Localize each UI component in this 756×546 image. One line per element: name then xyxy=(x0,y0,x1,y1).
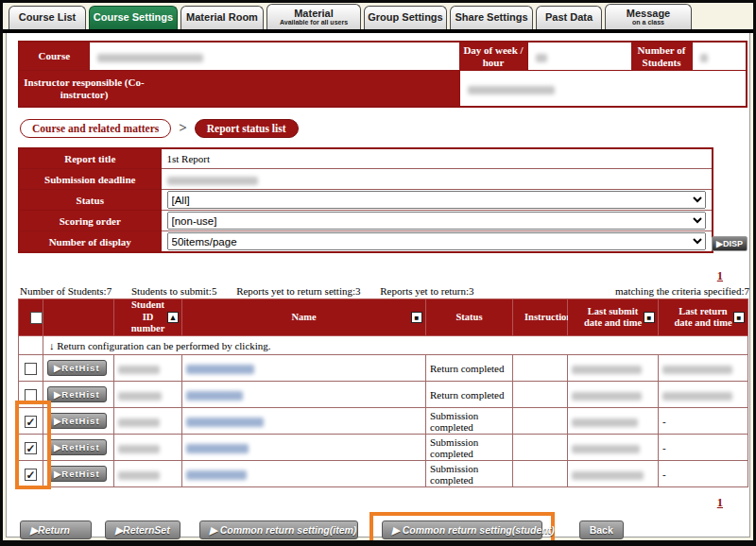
student-id-header: Student ID number▲ xyxy=(114,299,182,336)
day-of-week-value xyxy=(527,42,631,71)
common-return-setting-student-button[interactable]: ▶ Common return setting(student) xyxy=(382,520,542,539)
name-header: Name■ xyxy=(182,299,426,336)
tab-course-settings[interactable]: Course Settings xyxy=(89,6,178,29)
student-id-cell xyxy=(114,435,182,461)
sort-toggle-icon[interactable]: ■ xyxy=(733,312,745,323)
status-select[interactable]: [All] xyxy=(167,191,707,209)
table-note: ↓ Return configuration can be performed … xyxy=(43,336,748,355)
sort-toggle-icon[interactable]: ■ xyxy=(644,312,655,323)
instruction-cell xyxy=(513,382,568,408)
status-cell: Return completed xyxy=(426,355,513,382)
row-checkbox[interactable]: ✓ xyxy=(25,416,37,428)
disp-button[interactable]: ▶DISP xyxy=(712,236,747,251)
submission-deadline-value xyxy=(161,169,713,190)
course-info-table: Course Day of week / hour Number of Stud… xyxy=(18,41,747,108)
breadcrumb-separator-icon: > xyxy=(179,120,187,136)
scoring-order-select[interactable]: [non-use] xyxy=(167,212,707,230)
student-name-link[interactable] xyxy=(182,408,426,435)
row-checkbox[interactable]: ✓ xyxy=(25,469,37,481)
student-id-cell xyxy=(114,382,182,408)
course-value xyxy=(89,42,459,71)
summary-line: Number of Students:7 Students to submit:… xyxy=(20,285,749,297)
table-row: ✓ ▶RetHist Submission completed - xyxy=(19,408,748,435)
course-label: Course xyxy=(19,42,89,71)
rethist-column-header xyxy=(43,299,114,336)
last-return-cell xyxy=(659,355,748,382)
tab-material[interactable]: MaterialAvailable for all users xyxy=(266,4,361,29)
last-submit-cell xyxy=(568,461,659,487)
student-name-link[interactable] xyxy=(182,355,426,382)
instructor-value xyxy=(459,71,747,107)
status-cell: Submission completed xyxy=(426,408,513,435)
return-button[interactable]: ▶Return xyxy=(20,520,92,539)
last-submit-cell xyxy=(568,408,659,435)
select-all-checkbox[interactable] xyxy=(30,312,43,324)
summary-students-total: Number of Students:7 xyxy=(20,285,112,297)
last-return-cell: - xyxy=(659,435,748,461)
student-name-link[interactable] xyxy=(182,382,426,408)
tab-message[interactable]: Messageon a class xyxy=(605,4,692,29)
report-title-label: Report title xyxy=(19,148,161,169)
breadcrumb: Course and related matters > Report stat… xyxy=(20,119,738,138)
student-name-link[interactable] xyxy=(182,435,426,461)
summary-matching: matching the criteria specified:7 xyxy=(615,285,749,297)
last-submit-cell xyxy=(568,355,659,382)
note-row: ↓ Return configuration can be performed … xyxy=(19,336,748,355)
table-row: ✓ ▶RetHist Submission completed - xyxy=(19,461,748,487)
breadcrumb-parent[interactable]: Course and related matters xyxy=(20,119,171,138)
instruction-cell xyxy=(513,461,568,487)
status-cell: Return completed xyxy=(426,382,513,408)
status-label: Status xyxy=(19,190,161,211)
table-row: ▶RetHist Return completed xyxy=(19,382,748,408)
back-button[interactable]: Back xyxy=(579,520,624,539)
application-window: Course List Course Settings Material Roo… xyxy=(0,0,756,546)
instruction-cell xyxy=(513,435,568,461)
tab-share-settings[interactable]: Share Settings xyxy=(450,6,533,29)
student-name-link[interactable] xyxy=(182,461,426,487)
rethist-button[interactable]: ▶RetHist xyxy=(47,413,107,429)
last-return-header: Last return date and time■ xyxy=(659,299,748,336)
rethist-button[interactable]: ▶RetHist xyxy=(47,466,107,482)
summary-yet-return: Reports yet to return:3 xyxy=(380,285,473,297)
page-number-bottom[interactable]: 1 xyxy=(717,496,723,509)
last-return-cell: - xyxy=(659,461,748,487)
row-checkbox[interactable]: ✓ xyxy=(25,442,37,454)
student-id-cell xyxy=(114,408,182,435)
last-submit-cell xyxy=(568,435,659,461)
tab-bar: Course List Course Settings Material Roo… xyxy=(3,3,753,29)
last-return-cell xyxy=(659,382,748,408)
last-return-cell: - xyxy=(659,408,748,435)
rethist-button[interactable]: ▶RetHist xyxy=(47,439,107,455)
status-cell: Submission completed xyxy=(426,461,513,487)
tab-group-settings[interactable]: Group Settings xyxy=(364,6,447,29)
report-status-table: Student ID number▲ Name■ Status Instruct… xyxy=(18,299,748,487)
student-id-cell xyxy=(114,355,182,382)
number-of-display-label: Number of display xyxy=(19,231,161,253)
scoring-order-label: Scoring order xyxy=(19,211,161,231)
last-submit-header: Last submit date and time■ xyxy=(568,299,659,336)
summary-students-to-submit: Students to submit:5 xyxy=(131,285,216,297)
day-of-week-label: Day of week / hour xyxy=(459,42,527,71)
number-of-display-select[interactable]: 50items/page xyxy=(167,232,707,250)
sort-toggle-icon[interactable]: ■ xyxy=(411,312,422,323)
table-row: ✓ ▶RetHist Submission completed - xyxy=(19,435,748,461)
content-panel: Course Day of week / hour Number of Stud… xyxy=(6,33,750,537)
instructor-label: Instructor responsible (Co-instructor) xyxy=(19,71,459,107)
row-checkbox[interactable] xyxy=(25,389,37,401)
reternset-button[interactable]: ▶ReternSet xyxy=(105,520,180,539)
rethist-button[interactable]: ▶RetHist xyxy=(47,386,107,402)
row-checkbox[interactable] xyxy=(25,363,37,375)
submission-deadline-label: Submission deadline xyxy=(19,169,161,190)
number-of-students-value xyxy=(692,42,747,71)
number-of-students-label: Number of Students xyxy=(631,42,692,71)
status-header: Status xyxy=(426,299,513,336)
report-title-value: 1st Report xyxy=(161,148,713,169)
footer-buttons: ▶Return ▶ReternSet ▶ Common return setti… xyxy=(20,512,738,546)
tab-past-data[interactable]: Past Data xyxy=(536,6,602,29)
rethist-button[interactable]: ▶RetHist xyxy=(47,360,107,376)
page-number-top[interactable]: 1 xyxy=(717,269,723,282)
sort-asc-icon[interactable]: ▲ xyxy=(167,312,179,323)
tab-material-room[interactable]: Material Room xyxy=(180,6,264,29)
common-return-setting-item-button[interactable]: ▶ Common return setting(item) xyxy=(199,520,358,539)
tab-course-list[interactable]: Course List xyxy=(9,6,86,29)
